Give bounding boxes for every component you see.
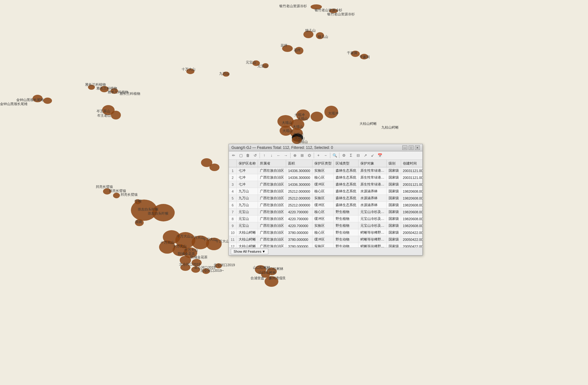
pan-down-button[interactable]: ↓	[268, 152, 275, 159]
cell-area: 4220.700000	[286, 215, 312, 222]
cell-zone: 森林生态系统	[333, 167, 358, 174]
minimize-button[interactable]: —	[402, 145, 407, 150]
col-created[interactable]: 创建时间	[401, 160, 422, 167]
table-row[interactable]: 12 大桂山鳄蜥 广西壮族自治区 3780.000000 实验区 野生动物 鳄蜥…	[229, 243, 422, 248]
table-row[interactable]: 4 九万山 广西壮族自治区 25212.000000 核心区 森林生态系统 水源…	[229, 188, 422, 195]
cell-zone: 野生植物	[333, 215, 358, 222]
table-row[interactable]: 2 七冲 广西壮族自治区 14336.300000 核心区 森林生态系统 原生性…	[229, 174, 422, 181]
panel-table-container[interactable]: 保护区名称 所属省 面积 保护区类型 区域类型 保护对象 级别 创建时间 1 七…	[229, 160, 422, 247]
show-all-features-button[interactable]: Show All Features ▼	[231, 249, 268, 254]
delete-button[interactable]: 🗑	[245, 152, 251, 159]
svg-point-45	[192, 259, 202, 266]
zoom-to-layer-button[interactable]: ⊞	[299, 152, 306, 159]
col-area[interactable]: 面积	[286, 160, 312, 167]
cell-created: 20031121.000…	[401, 174, 422, 181]
cell-name: 七冲	[237, 174, 258, 181]
maximize-button[interactable]: □	[409, 145, 414, 150]
cell-level: 国家级	[386, 215, 401, 222]
sep3	[314, 153, 314, 158]
cell-zone: 野生植物	[333, 209, 358, 215]
show-features-label: Show All Features	[234, 250, 261, 253]
cell-type: 核心区	[312, 229, 333, 236]
col-object[interactable]: 保护对象	[358, 160, 386, 167]
select-button[interactable]: ▢	[237, 152, 244, 159]
cell-zone: 野生动物	[333, 236, 358, 243]
search-button[interactable]: 🔍	[331, 152, 338, 159]
table-row[interactable]: 6 九万山 广西壮族自治区 25212.000000 缓冲区 森林生态系统 水源…	[229, 202, 422, 209]
svg-point-3	[303, 31, 313, 38]
cell-level: 国家级	[386, 236, 401, 243]
svg-point-17	[43, 98, 52, 104]
svg-point-12	[223, 72, 230, 77]
svg-point-47	[191, 266, 200, 273]
svg-point-7	[351, 51, 360, 57]
col-level[interactable]: 级别	[386, 160, 401, 167]
cell-type: 实验区	[312, 243, 333, 248]
chevron-down-icon: ▼	[262, 250, 266, 253]
cell-province: 广西壮族自治区	[258, 215, 286, 222]
table-row[interactable]: 1 七冲 广西壮族自治区 14336.300000 实验区 森林生态系统 原生性…	[229, 167, 422, 174]
cell-province: 广西壮族自治区	[258, 174, 286, 181]
svg-point-48	[202, 268, 210, 274]
cell-area: 14336.300000	[286, 181, 312, 188]
remove-column-button[interactable]: −	[322, 152, 329, 159]
layout-button[interactable]: ⊟	[355, 152, 362, 159]
refresh-button[interactable]: ↺	[252, 152, 259, 159]
svg-point-9	[252, 60, 260, 66]
table-row[interactable]: 7 元宝山 广西壮族自治区 4220.700000 核心区 野生植物 元宝山冷杉…	[229, 209, 422, 215]
edit-button[interactable]: ✏	[230, 152, 237, 159]
cell-zone: 森林生态系统	[333, 188, 358, 195]
svg-point-21	[311, 112, 323, 122]
features-table: 保护区名称 所属省 面积 保护区类型 区域类型 保护对象 级别 创建时间 1 七…	[229, 160, 422, 247]
zoom-in-button[interactable]: ⊕	[291, 152, 298, 159]
sep1	[260, 153, 260, 158]
import-button[interactable]: ↙	[369, 152, 376, 159]
filter-button[interactable]: ⏣	[306, 152, 313, 159]
table-row[interactable]: 3 七冲 广西壮族自治区 14336.300000 缓冲区 森林生态系统 原生性…	[229, 181, 422, 188]
row-num: 9	[229, 222, 237, 229]
cell-area: 14336.300000	[286, 174, 312, 181]
close-button[interactable]: ✕	[415, 145, 420, 150]
date-button[interactable]: 📅	[376, 152, 383, 159]
col-zone[interactable]: 区域类型	[333, 160, 358, 167]
cell-created: 19820608.000…	[401, 195, 422, 202]
table-header-row: 保护区名称 所属省 面积 保护区类型 区域类型 保护对象 级别 创建时间	[229, 160, 422, 167]
col-province[interactable]: 所属省	[258, 160, 286, 167]
cell-level: 国家级	[386, 188, 401, 195]
table-row[interactable]: 9 元宝山 广西壮族自治区 4220.700000 实验区 野生植物 元宝山冷杉…	[229, 222, 422, 229]
row-num: 3	[229, 181, 237, 188]
pan-right-button[interactable]: →	[282, 152, 289, 159]
table-row[interactable]: 5 九万山 广西壮族自治区 25212.000000 实验区 森林生态系统 水源…	[229, 195, 422, 202]
col-type[interactable]: 保护区类型	[312, 160, 333, 167]
cell-object: 元宝山冷杉及…	[358, 222, 386, 229]
table-row[interactable]: 11 大桂山鳄蜥 广西壮族自治区 3780.000000 缓冲区 野生动物 鳄蜥…	[229, 236, 422, 243]
cell-object: 原生性常绿港…	[358, 174, 386, 181]
statistics-button[interactable]: Σ	[348, 152, 354, 159]
pan-up-button[interactable]: ↑	[261, 152, 268, 159]
cell-type: 缓冲区	[312, 215, 333, 222]
cell-zone: 森林生态系统	[333, 202, 358, 209]
panel-footer: Show All Features ▼	[229, 247, 422, 255]
panel-titlebar[interactable]: GuangX-GJ — Features Total: 112, Filtere…	[229, 144, 422, 151]
table-row[interactable]: 8 元宝山 广西壮族自治区 4220.700000 缓冲区 野生植物 元宝山冷杉…	[229, 215, 422, 222]
export-button[interactable]: ↗	[362, 152, 369, 159]
pan-left-button[interactable]: ←	[275, 152, 282, 159]
svg-point-25	[280, 126, 292, 136]
svg-point-35	[152, 204, 175, 221]
sep2	[290, 153, 291, 158]
settings-button[interactable]: ⚙	[340, 152, 347, 159]
cell-object: 鳄蜥等珍稀野…	[358, 243, 386, 248]
add-column-button[interactable]: +	[315, 152, 322, 159]
cell-object: 水源涵养林	[358, 188, 386, 195]
svg-point-8	[360, 54, 368, 59]
cell-object: 水源涵养林	[358, 195, 386, 202]
cell-name: 元宝山	[237, 209, 258, 215]
cell-zone: 野生动物	[333, 229, 358, 236]
cell-created: 20050422.000…	[401, 243, 422, 248]
col-name[interactable]: 保护区名称	[237, 160, 258, 167]
svg-point-24	[291, 119, 304, 130]
table-row[interactable]: 10 大桂山鳄蜥 广西壮族自治区 3780.000000 核心区 野生动物 鳄蜥…	[229, 229, 422, 236]
cell-province: 广西壮族自治区	[258, 243, 286, 248]
svg-point-40	[206, 238, 222, 250]
svg-point-19	[111, 111, 121, 119]
